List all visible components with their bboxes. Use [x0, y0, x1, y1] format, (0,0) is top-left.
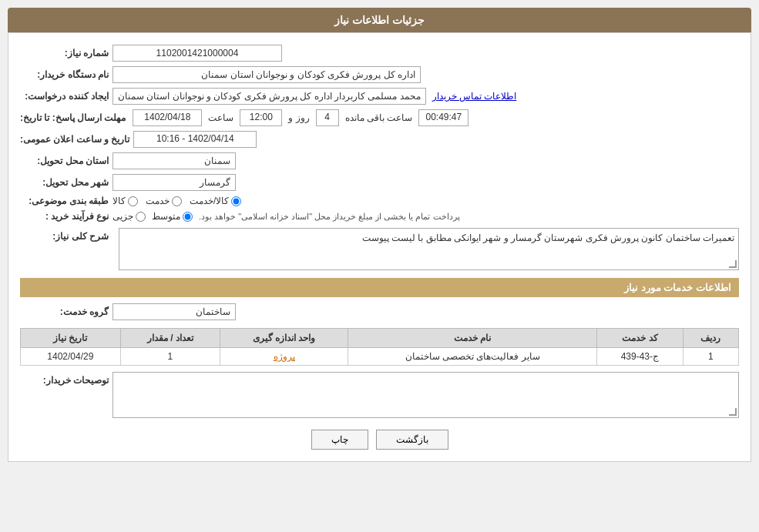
category-kala-khadamat-label: کالا/خدمت — [190, 196, 229, 206]
creator-value: محمد مسلمی کاربردار اداره کل پرورش فکری … — [113, 88, 426, 105]
col-service-code: کد خدمت — [597, 329, 683, 348]
contact-info-link[interactable]: اطلاعات تماس خریدار — [432, 91, 517, 102]
buyer-notes-label: توصیحات خریدار: — [20, 375, 113, 386]
services-section-title: اطلاعات خدمات مورد نیاز — [20, 278, 739, 297]
purchase-type-row: نوع فرآیند خرید : جزیی متوسط پرداخت تمام… — [20, 211, 739, 222]
description-label: شرح کلی نیاز: — [20, 231, 113, 242]
purchase-notice: پرداخت تمام یا بخشی از مبلغ خریداز محل "… — [199, 212, 460, 222]
back-button[interactable]: بازگشت — [376, 430, 448, 450]
cell-unit[interactable]: پروژه — [220, 348, 348, 366]
buttons-row: بازگشت چاپ — [20, 430, 739, 450]
cell-name: سایر فعالیت‌های تخصصی ساختمان — [348, 348, 597, 366]
reply-time-label: ساعت — [205, 112, 237, 123]
purchase-jozvi-item: جزیی — [113, 211, 146, 222]
category-kala-khadamat-radio[interactable] — [231, 196, 241, 206]
category-kala-label: کالا — [113, 196, 126, 206]
reply-remaining-value: 00:49:47 — [418, 109, 468, 126]
reply-date-value: 1402/04/18 — [133, 109, 202, 126]
category-row: طبقه بندی موضوعی: کالا خدمت کالا/خدمت — [20, 196, 739, 206]
reply-deadline-row: مهلت ارسال پاسخ: تا تاریخ: 1402/04/18 سا… — [20, 109, 739, 126]
category-kala-khadamat-item: کالا/خدمت — [190, 196, 241, 206]
col-quantity: تعداد / مقدار — [120, 329, 220, 348]
creator-row: ایجاد کننده درخواست: محمد مسلمی کاربردار… — [20, 88, 739, 105]
city-label: شهر محل تحویل: — [20, 177, 113, 188]
description-value: تعمیرات ساختمان کانون پرورش فکری شهرستان… — [119, 228, 739, 270]
category-label: طبقه بندی موضوعی: — [20, 196, 113, 206]
province-value: سمنان — [113, 152, 236, 169]
header-title: جزئیات اطلاعات نیاز — [334, 14, 425, 26]
service-group-label: گروه خدمت: — [20, 306, 113, 317]
purchase-mottavaset-label: متوسط — [152, 211, 180, 222]
service-group-row: گروه خدمت: ساختمان — [20, 303, 739, 320]
reply-days-value: 4 — [316, 109, 339, 126]
purchase-mottavaset-item: متوسط — [152, 211, 193, 222]
reply-remaining-label: ساعت باقی مانده — [342, 112, 416, 123]
province-row: استان محل تحویل: سمنان — [20, 152, 739, 169]
category-kala-item: کالا — [113, 196, 138, 206]
buyer-org-label: نام دستگاه خریدار: — [20, 69, 113, 80]
cell-quantity: 1 — [120, 348, 220, 366]
description-section: شرح کلی نیاز: تعمیرات ساختمان کانون پرور… — [20, 228, 739, 270]
province-label: استان محل تحویل: — [20, 156, 113, 166]
category-radio-group: کالا خدمت کالا/خدمت — [113, 196, 241, 206]
category-khadamat-radio[interactable] — [172, 196, 182, 206]
services-table-section: ردیف کد خدمت نام خدمت واحد اندازه گیری ت… — [20, 328, 739, 366]
purchase-jozvi-label: جزیی — [113, 211, 133, 222]
cell-date: 1402/04/29 — [21, 348, 121, 366]
announce-row: تاریخ و ساعت اعلان عمومی: 1402/04/14 - 1… — [20, 131, 739, 148]
announce-value: 1402/04/14 - 10:16 — [133, 131, 257, 148]
purchase-jozvi-radio[interactable] — [136, 212, 146, 222]
service-group-value: ساختمان — [113, 303, 236, 320]
city-value: گرمسار — [113, 174, 236, 191]
creator-label: ایجاد کننده درخواست: — [20, 91, 113, 102]
category-khadamat-label: خدمت — [146, 196, 170, 206]
category-kala-radio[interactable] — [128, 196, 138, 206]
buyer-org-row: نام دستگاه خریدار: اداره کل پرورش فکری ک… — [20, 66, 739, 83]
reply-days-label: روز و — [285, 112, 312, 123]
need-number-value: 1102001421000004 — [113, 45, 282, 62]
page-header: جزئیات اطلاعات نیاز — [8, 8, 751, 32]
buyer-notes-value — [113, 372, 739, 418]
city-row: شهر محل تحویل: گرمسار — [20, 174, 739, 191]
buyer-org-value: اداره کل پرورش فکری کودکان و نوجوانان اس… — [113, 66, 421, 83]
cell-code: ج-43-439 — [597, 348, 683, 366]
col-service-name: نام خدمت — [348, 329, 597, 348]
category-khadamat-item: خدمت — [146, 196, 182, 206]
col-row-num: ردیف — [683, 329, 738, 348]
col-date: تاریخ نیاز — [21, 329, 121, 348]
table-row: 1ج-43-439سایر فعالیت‌های تخصصی ساختمانپر… — [21, 348, 739, 366]
purchase-type-label: نوع فرآیند خرید : — [20, 211, 113, 222]
reply-time-value: 12:00 — [240, 109, 282, 126]
print-button[interactable]: چاپ — [311, 430, 368, 450]
announce-label: تاریخ و ساعت اعلان عمومی: — [20, 134, 133, 145]
buyer-notes-row: توصیحات خریدار: — [20, 372, 739, 418]
cell-row-num: 1 — [683, 348, 738, 366]
need-number-row: شماره نیاز: 1102001421000004 — [20, 45, 739, 62]
table-header-row: ردیف کد خدمت نام خدمت واحد اندازه گیری ت… — [21, 329, 739, 348]
reply-deadline-label: مهلت ارسال پاسخ: تا تاریخ: — [20, 112, 129, 123]
purchase-mottavaset-radio[interactable] — [183, 212, 193, 222]
col-unit: واحد اندازه گیری — [220, 329, 348, 348]
services-table: ردیف کد خدمت نام خدمت واحد اندازه گیری ت… — [20, 328, 739, 366]
need-number-label: شماره نیاز: — [20, 48, 113, 59]
